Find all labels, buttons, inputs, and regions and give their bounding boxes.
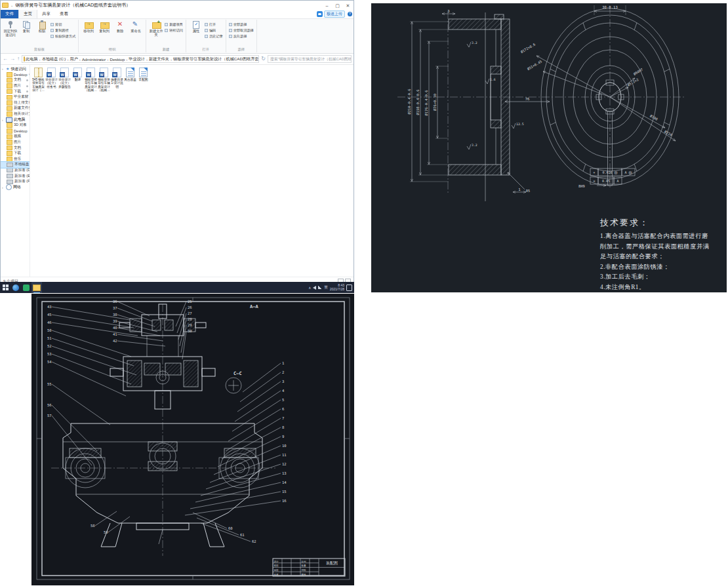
sidebar-item-新加卷 (F:)[interactable]: 新加卷 (F:) [1, 179, 30, 185]
sidebar-item-3D 对象[interactable]: 3D 对象 [1, 123, 30, 128]
ribbon-small-button[interactable]: 反向选择 [229, 34, 254, 39]
input-language-indicator[interactable]: 英 [324, 285, 328, 290]
breadcrumb-item[interactable]: 钢板弹簧导引车辆悬架设计（机械CAD图纸齐套说明书） [173, 56, 259, 62]
file-item[interactable]: 钢板弹簧导引车辆悬架设计（机械图纸... [85, 68, 97, 92]
sidebar-section-网络[interactable]: ›网络 [1, 184, 30, 190]
file-item[interactable]: 毕业设计（论文）开题报告 [58, 68, 71, 92]
new-folder-button[interactable]: 新建文件夹 [149, 20, 163, 47]
cad-text-label: 42 [113, 339, 117, 343]
ribbon-small-button[interactable]: 全部取消选择 [229, 28, 254, 33]
ribbon-small-button[interactable]: 粘贴快捷方式 [51, 34, 75, 39]
action-center-icon[interactable] [346, 284, 352, 291]
sidebar-section-快速访问[interactable]: ›★快速访问 [1, 66, 30, 72]
ribbon-small-button[interactable]: 历史记录 [205, 34, 223, 39]
sidebar-item-音乐[interactable]: 音乐 [1, 157, 30, 163]
taskbar-browser-icon[interactable] [10, 282, 21, 293]
tab-主页[interactable]: 主页 [18, 10, 37, 18]
pin-button[interactable]: 固定到快速访问 [3, 20, 18, 47]
file-item[interactable]: 装配图 [137, 68, 150, 92]
back-button[interactable]: ← [3, 56, 8, 62]
ribbon-group-label: 组织 [79, 47, 146, 52]
minimize-button[interactable]: – [323, 1, 331, 10]
ribbon-small-button[interactable]: 编辑 [205, 28, 223, 33]
maximize-button[interactable]: ▢ [333, 1, 342, 10]
sidebar-item-图片[interactable]: 图片 [1, 83, 30, 89]
quick-access-toolbar-caret-icon[interactable]: ⌄ [10, 3, 13, 7]
taskbar-start-icon[interactable] [0, 282, 10, 293]
sidebar-item-Desktop[interactable]: Desktop [1, 128, 30, 134]
file-item[interactable]: 离合器盖 [124, 68, 136, 92]
refresh-icon[interactable]: ↻ [261, 56, 266, 62]
file-item[interactable]: 545 钢板弹簧导引车辆悬架设计（机械图... [32, 68, 45, 92]
folder-icon [2, 3, 9, 8]
clock[interactable]: 8:43 2021/7/28 [330, 284, 344, 291]
sidebar-item-相关设计文件下载[interactable]: 相关设计文件下载 [1, 111, 30, 117]
delete-button[interactable]: 删除 [113, 20, 127, 47]
volume-icon[interactable] [313, 286, 316, 290]
taskbar-wechat-icon[interactable] [21, 282, 31, 293]
sidebar-item-毕业素材[interactable]: 毕业素材 [1, 94, 30, 100]
file-item[interactable]: 翻译 [71, 68, 84, 92]
sidebar-item-文档[interactable]: 文档 [1, 145, 30, 151]
close-button[interactable]: ✕ [344, 1, 352, 10]
breadcrumb-item[interactable]: 本地磁盘 (C:) [42, 56, 66, 62]
search-input[interactable]: 搜索"钢板弹簧导引车辆悬架设计（机械CAD图纸齐..." [268, 55, 352, 63]
network-icon[interactable] [318, 286, 322, 289]
ribbon-group-剪贴板: 固定到快速访问复制粘贴剪切复制路径粘贴快捷方式剪贴板 [1, 20, 79, 52]
breadcrumb-item[interactable]: 新建文件夹 [149, 56, 169, 62]
copy-button[interactable]: 复制 [19, 20, 33, 47]
breadcrumb-item[interactable]: Administrator [82, 57, 106, 62]
sidebar-item-下载[interactable]: 下载 [1, 151, 30, 157]
forward-button[interactable]: → [10, 56, 15, 62]
help-icon[interactable]: ? [348, 12, 352, 16]
file-item[interactable]: 毕业设计（论文）任务书 [45, 68, 58, 92]
tab-查看[interactable]: 查看 [55, 10, 73, 18]
sidebar-item-视频[interactable]: 视频 [1, 134, 30, 140]
sidebar-section-此电脑[interactable]: ›此电脑 [1, 117, 30, 123]
breadcrumb-item[interactable]: 此电脑 [26, 56, 38, 62]
tray-expand-icon[interactable]: ∧ [308, 286, 311, 290]
rename-button[interactable]: 重命名 [129, 20, 143, 47]
ribbon-group-label: 选择 [226, 47, 256, 52]
tab-文件[interactable]: 文件 [1, 10, 18, 18]
move-button[interactable]: 移动到 [81, 20, 96, 47]
upload-button[interactable]: 极速上传 [324, 10, 345, 18]
file-item[interactable]: 钢板弹簧导引车辆悬架设计（机械图纸... [98, 68, 110, 92]
up-button[interactable]: ↑ [17, 56, 20, 62]
sidebar-item-本地磁盘 (C:)[interactable]: 本地磁盘 (C:) [1, 162, 30, 168]
ribbon-tabs: 文件主页共享查看 极速上传 ? [1, 10, 354, 19]
ribbon-small-button[interactable]: 打开 [205, 22, 223, 27]
cad-text-label: 52 [47, 344, 52, 348]
sidebar-item-Desktop[interactable]: Desktop [1, 72, 30, 78]
tab-共享[interactable]: 共享 [37, 10, 55, 18]
sidebar-item-图片[interactable]: 图片 [1, 140, 30, 146]
front-view [541, 6, 679, 189]
ribbon-small-button[interactable]: 新建项目 [165, 22, 183, 27]
cloud-drive-icon[interactable] [317, 11, 323, 17]
sidebar-item-新加卷 (D:)[interactable]: 新加卷 (D:) [1, 168, 30, 174]
ribbon-small-button[interactable]: 剪切 [51, 22, 75, 27]
taskbar-explorer-icon[interactable] [31, 282, 42, 293]
file-item[interactable]: 摘要目录1-设计说明 [111, 68, 123, 92]
copy-to-icon [100, 20, 109, 29]
breadcrumb-separator: › [39, 57, 41, 62]
technical-requirement-line: 削加工，需严格保证其表面粗糙度并满 [600, 242, 728, 252]
breadcrumb[interactable]: 此电脑›本地磁盘 (C:)›用户›Administrator›Desktop›毕… [22, 55, 259, 63]
ribbon-small-button[interactable]: 复制路径 [51, 28, 75, 33]
sidebar-item-新建文件夹[interactable]: 新建文件夹 [1, 106, 30, 111]
copy-to-button[interactable]: 复制到 [97, 20, 111, 47]
properties-button[interactable]: 属性 [189, 20, 203, 47]
cad-file-icon [126, 68, 134, 77]
breadcrumb-item[interactable]: Desktop [110, 57, 125, 62]
sidebar-item-待上传文件[interactable]: 待上传文件 [1, 100, 30, 106]
cad-text-label: 4 [282, 389, 285, 393]
paste-button[interactable]: 粘贴 [35, 20, 49, 47]
sidebar-item-下载[interactable]: 下载 [1, 88, 30, 94]
sidebar-item-文档[interactable]: 文档 [1, 77, 30, 83]
cad-text-label: 设计 [274, 560, 279, 563]
ribbon-small-button[interactable]: 全部选择 [229, 22, 254, 27]
breadcrumb-item[interactable]: 用户 [70, 56, 77, 62]
breadcrumb-item[interactable]: 毕业设计 [129, 56, 145, 62]
ribbon-small-button[interactable]: 轻松访问 [165, 28, 183, 33]
sidebar-item-新加卷 (E:)[interactable]: 新加卷 (E:) [1, 173, 30, 179]
